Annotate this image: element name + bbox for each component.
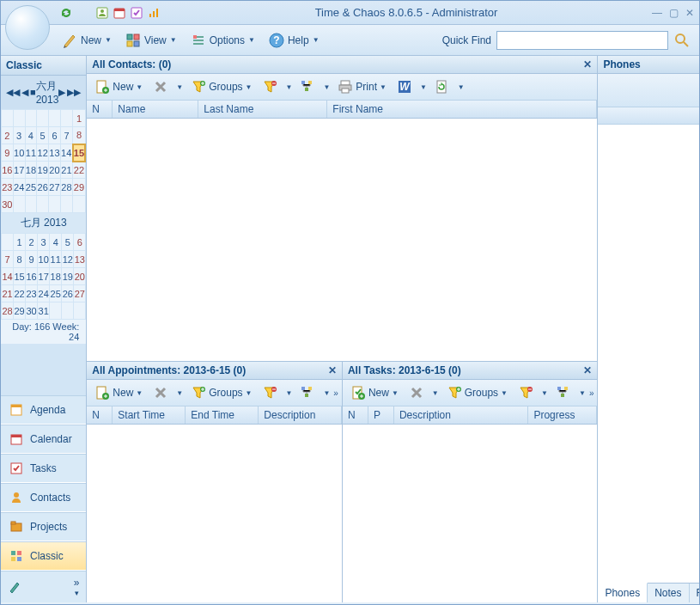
appts-close-icon[interactable]: ✕: [328, 364, 337, 376]
col-name[interactable]: Name: [113, 101, 198, 118]
nav-agenda[interactable]: Agenda: [1, 395, 86, 425]
tasks-col-p[interactable]: P: [368, 406, 394, 424]
svg-rect-56: [561, 394, 564, 397]
contacts-refresh-button[interactable]: [430, 76, 454, 97]
view-menu[interactable]: View▼: [119, 29, 183, 52]
search-icon[interactable]: [673, 32, 691, 49]
nav-projects[interactable]: Projects: [1, 512, 86, 541]
calendar-icon[interactable]: [113, 6, 126, 20]
contacts-groups-button[interactable]: Groups▼: [186, 76, 256, 97]
svg-rect-34: [301, 81, 305, 84]
svg-rect-13: [193, 40, 204, 41]
svg-rect-39: [342, 89, 349, 93]
menu-bar: New▼ View▼ Options▼ ? Help▼ Quick Find: [1, 25, 699, 56]
appt-col-n[interactable]: N: [87, 406, 113, 424]
contacts-icon[interactable]: [95, 6, 109, 20]
edit-icon[interactable]: [8, 580, 21, 594]
cal-prev-icon[interactable]: ◀: [21, 87, 28, 98]
phones-body: [598, 125, 700, 583]
svg-rect-48: [308, 387, 312, 390]
close-button[interactable]: ✕: [685, 7, 694, 19]
svg-rect-6: [153, 11, 155, 17]
svg-rect-11: [134, 41, 139, 46]
svg-rect-29: [17, 557, 21, 561]
contacts-grid-header: N Name Last Name First Name: [87, 101, 597, 119]
day-week-label: Day: 166 Week: 24: [1, 320, 86, 344]
contacts-print-button[interactable]: Print▼: [333, 76, 391, 97]
tasks-delete-button[interactable]: [405, 382, 429, 403]
tasks-col-prog[interactable]: Progress: [528, 406, 597, 424]
options-menu[interactable]: Options▼: [185, 29, 261, 52]
tab-notes[interactable]: Notes: [648, 584, 689, 602]
contacts-toolbar: New▼ ▼ Groups▼ ▼ ▼ Print▼ W▼ ▼: [87, 74, 597, 101]
chart-icon[interactable]: [147, 6, 161, 20]
tasks-icon[interactable]: [130, 6, 143, 20]
svg-rect-28: [11, 557, 15, 561]
tasks-overflow-icon[interactable]: »: [589, 388, 594, 398]
contacts-word-button[interactable]: W: [393, 76, 417, 97]
nav-tasks[interactable]: Tasks: [1, 454, 86, 483]
tab-fields[interactable]: Fields: [690, 584, 701, 602]
contacts-grid-body: [87, 119, 597, 361]
contacts-close-icon[interactable]: ✕: [583, 58, 592, 70]
cal-today[interactable]: 15: [73, 144, 86, 162]
contacts-delete-button[interactable]: [149, 76, 173, 97]
col-lastname[interactable]: Last Name: [198, 101, 327, 118]
appt-col-desc[interactable]: Description: [259, 406, 342, 424]
chevron-right-icon[interactable]: »: [74, 577, 80, 589]
appts-grid-body: [87, 425, 342, 602]
phones-column-strip: [598, 107, 700, 125]
app-orb[interactable]: [5, 5, 50, 50]
tasks-filter-button[interactable]: [514, 382, 538, 403]
appt-col-end[interactable]: End Time: [186, 406, 259, 424]
tasks-col-desc[interactable]: Description: [394, 406, 529, 424]
tab-phones[interactable]: Phones: [598, 583, 648, 602]
svg-rect-54: [557, 387, 561, 390]
svg-rect-27: [17, 551, 21, 555]
svg-rect-14: [193, 43, 204, 45]
tasks-col-n[interactable]: N: [343, 406, 368, 424]
maximize-button[interactable]: ▢: [669, 7, 679, 19]
nav-classic[interactable]: Classic: [1, 541, 86, 571]
cal-stop-icon[interactable]: ■: [30, 87, 36, 98]
new-menu[interactable]: New▼: [56, 29, 118, 52]
nav-calendar[interactable]: Calendar: [1, 425, 86, 454]
col-firstname[interactable]: First Name: [327, 101, 597, 118]
col-n[interactable]: N: [87, 101, 113, 118]
appts-overflow-icon[interactable]: »: [333, 388, 338, 398]
svg-text:?: ?: [273, 34, 279, 46]
svg-rect-15: [193, 35, 197, 39]
tasks-new-button[interactable]: New▼: [346, 382, 403, 403]
cal-first-icon[interactable]: ◀◀: [6, 87, 20, 98]
contacts-new-button[interactable]: New▼: [90, 76, 147, 97]
appts-delete-button[interactable]: [149, 382, 173, 403]
quick-find-input[interactable]: [496, 31, 668, 50]
title-bar: Time & Chaos 8.0.6.5 - Administrator — ▢…: [1, 1, 699, 25]
help-menu[interactable]: ? Help▼: [263, 29, 326, 52]
appts-groups-button[interactable]: Groups▼: [186, 382, 256, 403]
nav-contacts[interactable]: Contacts: [1, 483, 86, 512]
quick-find-label: Quick Find: [442, 34, 491, 46]
appts-tree-button[interactable]: [295, 382, 320, 403]
appt-col-start[interactable]: Start Time: [113, 406, 186, 424]
minimize-button[interactable]: —: [652, 7, 662, 19]
refresh-icon[interactable]: [59, 6, 73, 20]
svg-rect-7: [156, 9, 158, 17]
appts-new-button[interactable]: New▼: [90, 382, 147, 403]
cal-next-icon[interactable]: ▶: [58, 87, 65, 98]
contacts-filter-button[interactable]: [258, 76, 282, 97]
tasks-close-icon[interactable]: ✕: [583, 364, 592, 376]
calendar-nav: ◀◀ ◀ ■ 六月 2013 ▶ ▶▶: [1, 76, 86, 109]
tasks-grid-body: [343, 425, 598, 602]
appts-filter-button[interactable]: [258, 382, 282, 403]
svg-rect-47: [301, 387, 305, 390]
tasks-tree-button[interactable]: [551, 382, 575, 403]
appts-header: All Appointments: 2013-6-15 (0): [92, 364, 246, 376]
svg-rect-8: [127, 34, 132, 40]
chevron-down-icon[interactable]: ▾: [75, 589, 79, 597]
contacts-tree-button[interactable]: [295, 76, 320, 97]
cal-last-icon[interactable]: ▶▶: [67, 87, 81, 98]
contacts-header: All Contacts: (0): [92, 58, 171, 70]
phones-header: Phones: [603, 58, 640, 70]
tasks-groups-button[interactable]: Groups▼: [442, 382, 512, 403]
